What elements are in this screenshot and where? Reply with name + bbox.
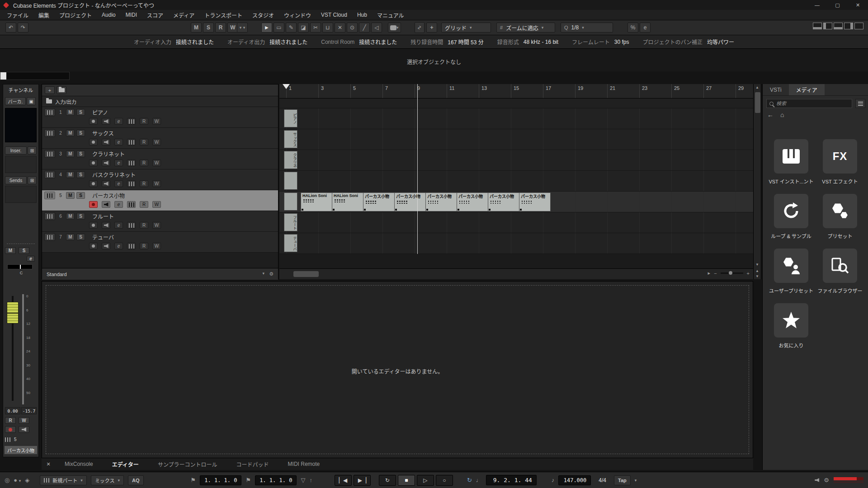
vertical-scrollbar[interactable]: ▲ ▼ ▲ ▼ [753, 84, 761, 279]
midi-part[interactable]: テューバ [284, 234, 297, 252]
aq-button[interactable]: AQ [128, 475, 144, 485]
read-button[interactable]: R [140, 118, 148, 125]
track-lane[interactable] [279, 171, 753, 192]
edit-channel-button[interactable]: e [114, 118, 123, 125]
track-name[interactable]: バスクラリネット [92, 171, 136, 178]
track-lane[interactable]: テューバ [279, 233, 753, 254]
punch-in-icon[interactable]: ↑ [309, 477, 312, 483]
record-enable-button[interactable] [89, 139, 98, 145]
instrument-button[interactable] [127, 222, 136, 229]
sends-button[interactable]: Sends [5, 176, 27, 184]
menu-item[interactable]: 編集 [33, 11, 54, 19]
zoom-v-icon[interactable]: ▲ [754, 269, 761, 273]
midi-clip[interactable]: HALion Soni [301, 192, 332, 211]
tile-vst-effects[interactable]: FX VST エフェクト [816, 139, 864, 185]
edit-channel-button[interactable]: e [114, 139, 123, 145]
record-enable-button[interactable] [5, 426, 16, 433]
lower-zone-tab[interactable]: エディター [103, 458, 148, 470]
record-enable-button[interactable] [89, 118, 98, 125]
track-name[interactable]: テューバ [92, 233, 114, 241]
record-enable-button[interactable] [89, 180, 98, 187]
track-name[interactable]: パーカス小物 [92, 192, 125, 199]
channel-solo-button[interactable]: S [19, 247, 29, 254]
instrument-button[interactable] [127, 139, 136, 145]
midi-clip[interactable]: パーカス小物 [425, 192, 457, 211]
record-enable-button[interactable] [89, 201, 98, 208]
rack-tab[interactable]: VSTi [763, 84, 789, 95]
mute-button[interactable]: M [66, 171, 75, 178]
zoom-slider-handle[interactable] [729, 271, 732, 275]
write-button[interactable]: W [152, 243, 161, 249]
automation-state-button[interactable]: M [191, 23, 202, 33]
close-icon[interactable]: ✕ [42, 461, 55, 467]
menu-item[interactable]: ファイル [2, 11, 33, 19]
glue-tool[interactable]: ⊔ [322, 23, 333, 33]
left-zone-toggle-icon[interactable] [823, 23, 832, 29]
edit-channel-button[interactable]: e [114, 222, 123, 229]
right-locator-flag-icon[interactable]: ⚑ [245, 477, 251, 483]
peak-value[interactable]: -15.7 [21, 407, 37, 414]
instrument-button[interactable] [127, 160, 136, 166]
fader-handle[interactable] [7, 302, 19, 324]
go-to-end-button[interactable]: ▶▕ [354, 475, 371, 486]
write-automation-button[interactable]: W [19, 417, 29, 424]
tile-presets[interactable]: プリセット [816, 194, 864, 239]
menu-item[interactable]: Hub [352, 12, 372, 18]
record-mode-icon[interactable]: ● ▾ [14, 477, 21, 483]
edit-channel-button[interactable]: e [114, 180, 123, 187]
line-tool[interactable]: ╱ [359, 23, 370, 33]
pan-control[interactable] [7, 264, 33, 269]
midi-part[interactable]: サックス [284, 130, 297, 148]
new-part-dropdown[interactable]: 新規パート▾ [40, 475, 87, 485]
lower-zone-tab[interactable]: コードパッド [227, 458, 278, 470]
chevron-down-icon[interactable]: ▾ [263, 271, 265, 277]
write-button[interactable]: W [152, 222, 161, 229]
menu-item[interactable]: マニュアル [372, 11, 409, 19]
sends-add-icon[interactable]: ⊞ [28, 176, 37, 184]
event-display[interactable]: 1357911131517192123252729 ピアノ サックス クラリネ [279, 84, 753, 279]
mute-button[interactable]: M [66, 109, 75, 116]
scrollbar-thumb[interactable] [293, 271, 319, 277]
track-name[interactable]: クラリネット [92, 150, 125, 158]
menu-item[interactable]: メディア [168, 11, 199, 19]
solo-button[interactable]: S [76, 130, 85, 136]
track-lane[interactable]: フルート [279, 212, 753, 233]
back-icon[interactable]: ← [767, 111, 774, 118]
automation-dropdown[interactable]: ▾ ▾ [237, 23, 248, 33]
mute-button[interactable]: M [66, 192, 75, 199]
zone-divider-grip[interactable] [276, 197, 279, 202]
sync-icon[interactable]: ↻ [467, 477, 472, 483]
instrument-button[interactable] [127, 201, 136, 208]
midi-part[interactable] [284, 172, 297, 190]
write-button[interactable]: W [152, 180, 161, 187]
channel-name-button[interactable]: パーカ. [5, 97, 26, 105]
gear-icon[interactable]: ⚙ [824, 477, 829, 483]
zoom-v-icon[interactable]: ▼ [754, 274, 761, 278]
midi-clip[interactable]: パーカス小物 [394, 192, 426, 211]
overview-thumb[interactable] [0, 72, 6, 80]
track-name[interactable]: ピアノ [92, 108, 108, 116]
zoom-slider[interactable] [721, 272, 743, 274]
lower-zone-tab[interactable]: MixConsole [55, 458, 103, 470]
draw-tool[interactable]: ✎ [286, 23, 297, 33]
monitor-button[interactable] [102, 160, 110, 166]
gear-icon[interactable]: ⚙ [269, 271, 274, 277]
minimize-button[interactable]: — [807, 0, 827, 10]
menu-item[interactable]: MIDI [121, 12, 142, 18]
right-locator-display[interactable]: 1. 1. 1. 0 [255, 475, 297, 485]
record-enable-button[interactable] [89, 222, 98, 229]
search-input[interactable] [776, 101, 849, 106]
midi-clip[interactable]: パーカス小物 [519, 192, 551, 211]
cycle-button[interactable]: ↻ [379, 475, 396, 486]
list-view-button[interactable] [855, 99, 865, 108]
lower-zone-toggle-icon[interactable] [834, 23, 843, 29]
monitor-button[interactable] [102, 118, 110, 125]
menu-item[interactable]: スコア [142, 11, 168, 19]
track-row[interactable]: 2 M S サックス e R W [42, 128, 278, 149]
read-automation-button[interactable]: R [5, 417, 16, 424]
split-tool[interactable]: ✂ [310, 23, 321, 33]
edit-channel-button[interactable]: e [114, 201, 123, 208]
setup-toolbar-icon[interactable] [813, 23, 822, 29]
horizontal-scrollbar[interactable]: ▸ − + [279, 268, 753, 279]
track-lane[interactable]: クラリネ [279, 150, 753, 171]
